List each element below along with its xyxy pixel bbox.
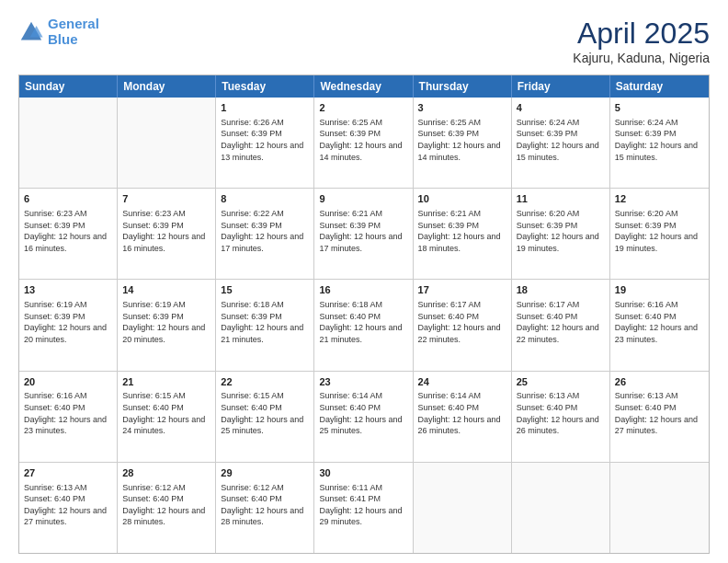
day-cell-6: 6Sunrise: 6:23 AM Sunset: 6:39 PM Daylig… xyxy=(19,189,118,279)
sun-info: Sunrise: 6:12 AM Sunset: 6:40 PM Dayligh… xyxy=(221,482,309,528)
empty-cell xyxy=(414,463,512,553)
sun-info: Sunrise: 6:14 AM Sunset: 6:40 PM Dayligh… xyxy=(418,390,506,436)
empty-cell xyxy=(610,463,709,553)
day-cell-27: 27Sunrise: 6:13 AM Sunset: 6:40 PM Dayli… xyxy=(19,463,118,553)
sun-info: Sunrise: 6:13 AM Sunset: 6:40 PM Dayligh… xyxy=(615,390,704,436)
day-cell-11: 11Sunrise: 6:20 AM Sunset: 6:39 PM Dayli… xyxy=(512,189,610,279)
weekday-header-thursday: Thursday xyxy=(414,75,512,98)
sun-info: Sunrise: 6:17 AM Sunset: 6:40 PM Dayligh… xyxy=(517,299,605,345)
day-cell-14: 14Sunrise: 6:19 AM Sunset: 6:39 PM Dayli… xyxy=(118,280,216,370)
day-number: 17 xyxy=(418,283,506,297)
day-number: 24 xyxy=(418,375,506,389)
day-cell-24: 24Sunrise: 6:14 AM Sunset: 6:40 PM Dayli… xyxy=(414,372,512,462)
day-cell-19: 19Sunrise: 6:16 AM Sunset: 6:40 PM Dayli… xyxy=(610,280,709,370)
day-cell-29: 29Sunrise: 6:12 AM Sunset: 6:40 PM Dayli… xyxy=(216,463,314,553)
day-cell-13: 13Sunrise: 6:19 AM Sunset: 6:39 PM Dayli… xyxy=(19,280,118,370)
day-cell-2: 2Sunrise: 6:25 AM Sunset: 6:39 PM Daylig… xyxy=(314,98,413,188)
sun-info: Sunrise: 6:14 AM Sunset: 6:40 PM Dayligh… xyxy=(319,390,407,436)
weekday-header-friday: Friday xyxy=(512,75,610,98)
logo: General Blue xyxy=(18,17,99,47)
day-cell-21: 21Sunrise: 6:15 AM Sunset: 6:40 PM Dayli… xyxy=(118,372,216,462)
weekday-header-sunday: Sunday xyxy=(19,75,118,98)
calendar-row-2: 6Sunrise: 6:23 AM Sunset: 6:39 PM Daylig… xyxy=(19,189,709,280)
day-number: 29 xyxy=(221,466,309,480)
day-number: 30 xyxy=(319,466,407,480)
calendar-header: SundayMondayTuesdayWednesdayThursdayFrid… xyxy=(19,75,709,98)
day-number: 21 xyxy=(122,375,210,389)
day-number: 8 xyxy=(221,192,309,206)
location: Kajuru, Kaduna, Nigeria xyxy=(573,51,710,65)
day-number: 10 xyxy=(418,192,506,206)
sun-info: Sunrise: 6:13 AM Sunset: 6:40 PM Dayligh… xyxy=(24,482,112,528)
sun-info: Sunrise: 6:19 AM Sunset: 6:39 PM Dayligh… xyxy=(24,299,112,345)
day-number: 1 xyxy=(221,101,309,115)
calendar-row-1: 1Sunrise: 6:26 AM Sunset: 6:39 PM Daylig… xyxy=(19,98,709,189)
day-cell-25: 25Sunrise: 6:13 AM Sunset: 6:40 PM Dayli… xyxy=(512,372,610,462)
calendar-row-3: 13Sunrise: 6:19 AM Sunset: 6:39 PM Dayli… xyxy=(19,280,709,371)
sun-info: Sunrise: 6:12 AM Sunset: 6:40 PM Dayligh… xyxy=(122,482,210,528)
sun-info: Sunrise: 6:11 AM Sunset: 6:41 PM Dayligh… xyxy=(319,482,407,528)
calendar-body: 1Sunrise: 6:26 AM Sunset: 6:39 PM Daylig… xyxy=(19,98,709,553)
day-number: 14 xyxy=(122,283,210,297)
day-number: 7 xyxy=(122,192,210,206)
day-cell-10: 10Sunrise: 6:21 AM Sunset: 6:39 PM Dayli… xyxy=(414,189,512,279)
day-cell-18: 18Sunrise: 6:17 AM Sunset: 6:40 PM Dayli… xyxy=(512,280,610,370)
sun-info: Sunrise: 6:22 AM Sunset: 6:39 PM Dayligh… xyxy=(221,208,309,254)
day-number: 2 xyxy=(319,101,407,115)
sun-info: Sunrise: 6:16 AM Sunset: 6:40 PM Dayligh… xyxy=(615,299,704,345)
day-number: 19 xyxy=(615,283,704,297)
day-number: 26 xyxy=(615,375,704,389)
sun-info: Sunrise: 6:18 AM Sunset: 6:39 PM Dayligh… xyxy=(221,299,309,345)
sun-info: Sunrise: 6:21 AM Sunset: 6:39 PM Dayligh… xyxy=(418,208,506,254)
sun-info: Sunrise: 6:23 AM Sunset: 6:39 PM Dayligh… xyxy=(24,208,112,254)
day-cell-22: 22Sunrise: 6:15 AM Sunset: 6:40 PM Dayli… xyxy=(216,372,314,462)
weekday-header-wednesday: Wednesday xyxy=(314,75,413,98)
day-number: 11 xyxy=(517,192,605,206)
sun-info: Sunrise: 6:25 AM Sunset: 6:39 PM Dayligh… xyxy=(319,117,407,163)
day-cell-17: 17Sunrise: 6:17 AM Sunset: 6:40 PM Dayli… xyxy=(414,280,512,370)
day-cell-30: 30Sunrise: 6:11 AM Sunset: 6:41 PM Dayli… xyxy=(314,463,413,553)
empty-cell xyxy=(118,98,216,188)
header: General Blue April 2025 Kajuru, Kaduna, … xyxy=(18,17,710,65)
page: General Blue April 2025 Kajuru, Kaduna, … xyxy=(0,0,728,563)
calendar-row-5: 27Sunrise: 6:13 AM Sunset: 6:40 PM Dayli… xyxy=(19,463,709,553)
day-cell-15: 15Sunrise: 6:18 AM Sunset: 6:39 PM Dayli… xyxy=(216,280,314,370)
day-number: 18 xyxy=(517,283,605,297)
sun-info: Sunrise: 6:25 AM Sunset: 6:39 PM Dayligh… xyxy=(418,117,506,163)
day-cell-5: 5Sunrise: 6:24 AM Sunset: 6:39 PM Daylig… xyxy=(610,98,709,188)
empty-cell xyxy=(512,463,610,553)
day-cell-4: 4Sunrise: 6:24 AM Sunset: 6:39 PM Daylig… xyxy=(512,98,610,188)
day-number: 23 xyxy=(319,375,407,389)
sun-info: Sunrise: 6:15 AM Sunset: 6:40 PM Dayligh… xyxy=(221,390,309,436)
day-cell-12: 12Sunrise: 6:20 AM Sunset: 6:39 PM Dayli… xyxy=(610,189,709,279)
sun-info: Sunrise: 6:20 AM Sunset: 6:39 PM Dayligh… xyxy=(517,208,605,254)
sun-info: Sunrise: 6:13 AM Sunset: 6:40 PM Dayligh… xyxy=(517,390,605,436)
day-number: 27 xyxy=(24,466,112,480)
day-cell-26: 26Sunrise: 6:13 AM Sunset: 6:40 PM Dayli… xyxy=(610,372,709,462)
day-number: 25 xyxy=(517,375,605,389)
day-cell-8: 8Sunrise: 6:22 AM Sunset: 6:39 PM Daylig… xyxy=(216,189,314,279)
day-cell-7: 7Sunrise: 6:23 AM Sunset: 6:39 PM Daylig… xyxy=(118,189,216,279)
day-number: 16 xyxy=(319,283,407,297)
sun-info: Sunrise: 6:23 AM Sunset: 6:39 PM Dayligh… xyxy=(122,208,210,254)
weekday-header-monday: Monday xyxy=(118,75,216,98)
day-cell-3: 3Sunrise: 6:25 AM Sunset: 6:39 PM Daylig… xyxy=(414,98,512,188)
month-title: April 2025 xyxy=(573,17,710,51)
day-cell-23: 23Sunrise: 6:14 AM Sunset: 6:40 PM Dayli… xyxy=(314,372,413,462)
weekday-header-saturday: Saturday xyxy=(610,75,709,98)
day-number: 4 xyxy=(517,101,605,115)
day-number: 15 xyxy=(221,283,309,297)
empty-cell xyxy=(19,98,118,188)
day-number: 20 xyxy=(24,375,112,389)
day-cell-20: 20Sunrise: 6:16 AM Sunset: 6:40 PM Dayli… xyxy=(19,372,118,462)
day-number: 12 xyxy=(615,192,704,206)
day-number: 3 xyxy=(418,101,506,115)
sun-info: Sunrise: 6:21 AM Sunset: 6:39 PM Dayligh… xyxy=(319,208,407,254)
sun-info: Sunrise: 6:20 AM Sunset: 6:39 PM Dayligh… xyxy=(615,208,704,254)
day-cell-16: 16Sunrise: 6:18 AM Sunset: 6:40 PM Dayli… xyxy=(314,280,413,370)
sun-info: Sunrise: 6:15 AM Sunset: 6:40 PM Dayligh… xyxy=(122,390,210,436)
sun-info: Sunrise: 6:18 AM Sunset: 6:40 PM Dayligh… xyxy=(319,299,407,345)
sun-info: Sunrise: 6:17 AM Sunset: 6:40 PM Dayligh… xyxy=(418,299,506,345)
logo-icon xyxy=(18,19,44,45)
calendar-row-4: 20Sunrise: 6:16 AM Sunset: 6:40 PM Dayli… xyxy=(19,372,709,463)
